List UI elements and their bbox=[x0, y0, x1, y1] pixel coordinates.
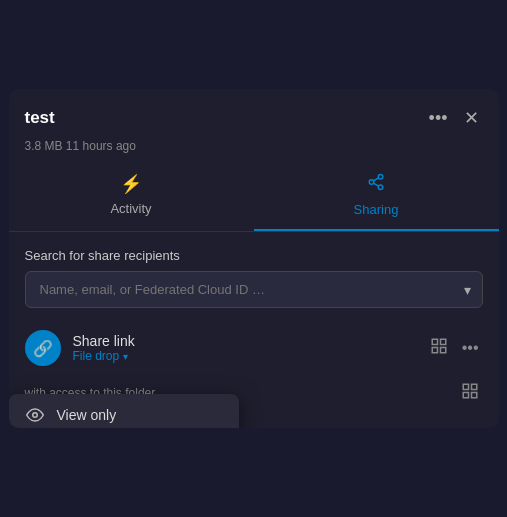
permissions-dropdown: View only Can edit File drop ✓ bbox=[9, 394, 239, 428]
more-icon: ••• bbox=[429, 108, 448, 129]
folder-settings-button[interactable] bbox=[457, 378, 483, 408]
svg-rect-5 bbox=[432, 339, 437, 344]
svg-point-13 bbox=[32, 413, 37, 418]
tab-sharing-label: Sharing bbox=[354, 202, 399, 217]
main-panel: test ••• ✕ 3.8 MB 11 hours ago ⚡ Activit… bbox=[9, 89, 499, 428]
share-link-actions: ••• bbox=[426, 333, 483, 363]
share-type-label: File drop bbox=[73, 349, 120, 363]
svg-rect-8 bbox=[440, 348, 445, 353]
more-options-button[interactable]: ••• bbox=[425, 104, 452, 133]
sharing-icon bbox=[367, 173, 385, 196]
svg-point-1 bbox=[369, 180, 374, 185]
share-link-settings-button[interactable] bbox=[426, 333, 452, 363]
svg-rect-6 bbox=[440, 339, 445, 344]
settings-icon bbox=[430, 337, 448, 359]
panel-meta: 3.8 MB 11 hours ago bbox=[9, 137, 499, 163]
share-link-avatar: 🔗 bbox=[25, 330, 61, 366]
header-actions: ••• ✕ bbox=[425, 103, 483, 133]
share-link-name: Share link bbox=[73, 333, 414, 349]
panel-header: test ••• ✕ bbox=[9, 89, 499, 137]
svg-point-0 bbox=[378, 175, 383, 180]
share-type-dropdown[interactable]: File drop ▾ bbox=[73, 349, 414, 363]
svg-rect-10 bbox=[471, 384, 476, 389]
svg-line-3 bbox=[373, 183, 378, 186]
close-button[interactable]: ✕ bbox=[460, 103, 483, 133]
tab-activity-label: Activity bbox=[110, 201, 151, 216]
link-icon: 🔗 bbox=[33, 339, 53, 358]
share-type-chevron-icon: ▾ bbox=[123, 351, 128, 362]
svg-point-2 bbox=[378, 185, 383, 190]
folder-settings-icon bbox=[461, 382, 479, 404]
close-icon: ✕ bbox=[464, 107, 479, 129]
share-link-row: 🔗 Share link File drop ▾ bbox=[25, 324, 483, 372]
search-input[interactable] bbox=[25, 271, 483, 308]
panel-title: test bbox=[25, 108, 55, 128]
svg-line-4 bbox=[373, 178, 378, 181]
tab-sharing[interactable]: Sharing bbox=[254, 163, 499, 231]
view-only-icon bbox=[25, 406, 45, 424]
dropdown-item-view-only[interactable]: View only bbox=[9, 394, 239, 428]
svg-rect-12 bbox=[471, 393, 476, 398]
search-wrapper: ▾ bbox=[25, 271, 483, 308]
tab-activity[interactable]: ⚡ Activity bbox=[9, 163, 254, 231]
svg-rect-9 bbox=[463, 384, 468, 389]
activity-icon: ⚡ bbox=[120, 173, 142, 195]
share-link-more-button[interactable]: ••• bbox=[458, 335, 483, 361]
share-link-more-icon: ••• bbox=[462, 339, 479, 357]
svg-rect-7 bbox=[432, 348, 437, 353]
search-label: Search for share recipients bbox=[25, 248, 483, 263]
view-only-label: View only bbox=[57, 407, 223, 423]
svg-rect-11 bbox=[463, 393, 468, 398]
share-link-info: Share link File drop ▾ bbox=[73, 333, 414, 363]
tabs-container: ⚡ Activity Sharing bbox=[9, 163, 499, 232]
